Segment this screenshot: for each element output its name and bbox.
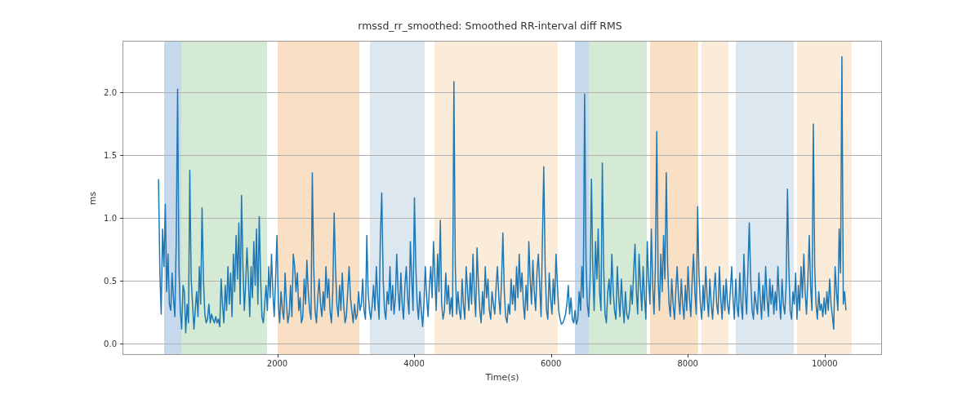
ytick-mark xyxy=(120,218,123,219)
xtick-mark xyxy=(551,354,552,357)
ytick-label: 0.0 xyxy=(104,339,117,348)
y-axis-label: ms xyxy=(87,191,97,204)
xtick-label: 6000 xyxy=(541,359,561,368)
ytick-label: 0.5 xyxy=(104,276,117,285)
ytick-label: 1.5 xyxy=(104,150,117,159)
xtick-label: 4000 xyxy=(403,359,424,368)
series-line xyxy=(123,42,881,354)
ytick-mark xyxy=(120,281,123,282)
plot-area xyxy=(123,42,881,354)
xtick-mark xyxy=(278,354,278,357)
xtick-label: 10000 xyxy=(812,359,838,368)
ytick-label: 1.0 xyxy=(104,213,117,222)
ytick-mark xyxy=(120,92,123,93)
ytick-mark xyxy=(120,155,123,156)
xtick-label: 8000 xyxy=(677,359,697,368)
xtick-mark xyxy=(688,354,688,357)
xtick-label: 2000 xyxy=(267,359,287,368)
xtick-mark xyxy=(414,354,415,357)
xtick-mark xyxy=(825,354,826,357)
figure: rmssd_rr_smoothed: Smoothed RR-interval … xyxy=(0,0,980,408)
chart-title: rmssd_rr_smoothed: Smoothed RR-interval … xyxy=(0,20,980,32)
ytick-label: 2.0 xyxy=(104,87,117,96)
ytick-mark xyxy=(120,344,123,344)
axes: Time(s) ms 0.00.51.01.52.020004000600080… xyxy=(122,41,882,355)
x-axis-label: Time(s) xyxy=(485,372,519,383)
